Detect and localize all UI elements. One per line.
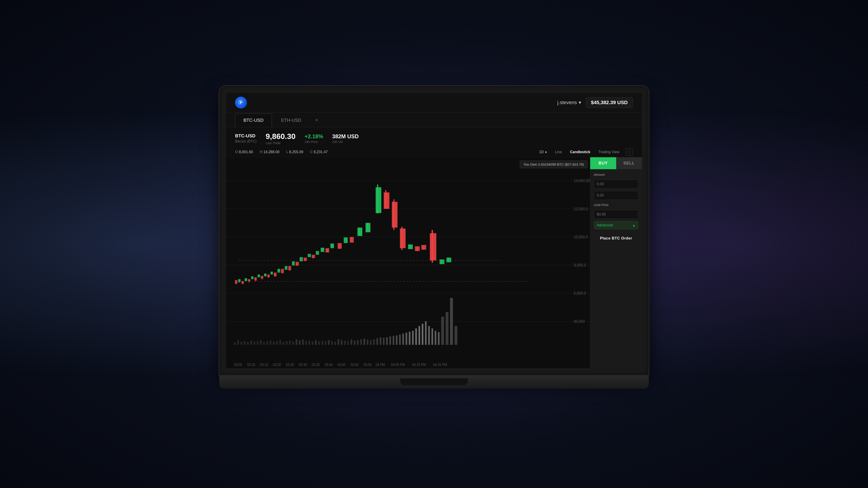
- svg-rect-125: [304, 258, 307, 261]
- svg-rect-97: [254, 277, 257, 281]
- svg-rect-56: [364, 339, 365, 345]
- tab-eth-usd[interactable]: ETH-USD: [273, 113, 310, 127]
- svg-rect-58: [370, 340, 372, 345]
- svg-rect-85: [235, 280, 237, 284]
- advanced-chevron-icon: ▲: [632, 223, 636, 227]
- ownership-badge: You Own 2.83194059 BTC ($27,923.78): [520, 160, 588, 168]
- usd-amount-input-group: USD: [594, 191, 638, 200]
- svg-rect-101: [261, 276, 264, 279]
- svg-rect-145: [358, 228, 362, 236]
- svg-rect-49: [341, 340, 342, 345]
- svg-rect-133: [321, 248, 324, 252]
- trading-view-btn[interactable]: Trading View: [597, 149, 621, 155]
- svg-rect-155: [400, 228, 405, 248]
- svg-rect-103: [264, 273, 267, 276]
- svg-text:04:15 PM: 04:15 PM: [433, 363, 447, 367]
- timeframe-selector[interactable]: 1D ▾: [537, 149, 549, 155]
- svg-rect-87: [238, 279, 241, 282]
- candlestick-view-btn[interactable]: Candlestick: [568, 149, 592, 155]
- svg-rect-147: [366, 223, 370, 232]
- svg-rect-28: [273, 341, 275, 345]
- svg-rect-95: [251, 276, 254, 279]
- svg-rect-17: [237, 340, 239, 345]
- svg-rect-93: [248, 279, 250, 282]
- svg-rect-16: [234, 343, 236, 345]
- svg-rect-39: [309, 341, 310, 345]
- svg-rect-50: [344, 341, 346, 345]
- add-tab-button[interactable]: +: [311, 113, 323, 127]
- svg-rect-80: [441, 317, 444, 345]
- advanced-section[interactable]: Advanced ▲: [594, 221, 638, 229]
- buy-tab[interactable]: BUY: [590, 157, 616, 169]
- svg-rect-78: [435, 331, 436, 345]
- svg-rect-137: [331, 243, 334, 248]
- high-price: H 14,288.00: [260, 150, 279, 154]
- svg-text:8,000.0: 8,000.0: [574, 263, 586, 267]
- svg-rect-20: [247, 342, 249, 345]
- svg-rect-151: [384, 193, 390, 209]
- svg-text:P: P: [240, 101, 242, 105]
- svg-text:03:25: 03:25: [286, 363, 294, 367]
- fullscreen-button[interactable]: ⛶: [626, 149, 633, 156]
- svg-rect-67: [399, 335, 401, 345]
- svg-rect-77: [432, 328, 433, 345]
- svg-rect-99: [258, 274, 260, 277]
- svg-rect-131: [316, 251, 319, 255]
- place-order-button[interactable]: Place BTC Order: [594, 232, 638, 244]
- svg-rect-44: [324, 341, 326, 345]
- svg-rect-165: [440, 259, 444, 264]
- limit-price-input[interactable]: [594, 210, 638, 219]
- svg-rect-34: [292, 341, 294, 345]
- timeframe-dropdown-icon: ▾: [545, 150, 547, 154]
- advanced-label: Advanced: [597, 223, 613, 227]
- user-dropdown-icon: ▾: [579, 100, 581, 105]
- svg-rect-69: [405, 332, 407, 345]
- svg-rect-21: [250, 341, 252, 345]
- svg-rect-52: [350, 339, 352, 345]
- laptop-notch: [400, 379, 468, 385]
- sell-tab[interactable]: SELL: [616, 157, 642, 169]
- svg-rect-25: [264, 342, 265, 345]
- svg-text:03:45: 03:45: [338, 363, 346, 367]
- svg-rect-64: [390, 336, 391, 345]
- balance-display: $45,382.39 USD: [586, 97, 633, 108]
- svg-rect-121: [296, 262, 299, 266]
- svg-rect-62: [383, 338, 384, 345]
- svg-rect-27: [270, 341, 271, 345]
- svg-rect-40: [312, 341, 313, 345]
- svg-rect-127: [308, 254, 311, 257]
- svg-rect-73: [418, 326, 420, 345]
- btc-amount-input[interactable]: [594, 180, 638, 188]
- low-price: L 8,255.09: [286, 150, 303, 154]
- svg-rect-143: [350, 237, 354, 242]
- svg-rect-79: [438, 332, 439, 345]
- line-view-btn[interactable]: Line: [553, 149, 563, 155]
- svg-rect-30: [279, 340, 281, 345]
- svg-rect-46: [331, 341, 333, 345]
- svg-rect-153: [392, 202, 397, 228]
- svg-rect-51: [347, 341, 349, 345]
- svg-rect-42: [318, 341, 320, 345]
- trading-form: Amount BTC USD Limit Price: [590, 169, 642, 368]
- user-menu[interactable]: j.stevens ▾: [557, 100, 581, 105]
- svg-rect-32: [286, 341, 287, 345]
- limit-price-input-group: USD: [594, 210, 638, 219]
- svg-rect-161: [421, 245, 426, 250]
- svg-text:03:10: 03:10: [247, 363, 255, 367]
- svg-rect-66: [396, 335, 397, 345]
- svg-text:14,000.00: 14,000.00: [574, 178, 590, 183]
- svg-rect-129: [312, 255, 315, 258]
- volume: 382M USD 24h Vol: [332, 133, 359, 144]
- svg-rect-123: [300, 257, 303, 261]
- svg-text:04:05 PM: 04:05 PM: [391, 363, 405, 367]
- svg-rect-159: [415, 246, 420, 251]
- tab-btc-usd[interactable]: BTC-USD: [235, 113, 272, 127]
- svg-rect-74: [422, 324, 423, 345]
- price-change: +2.18% 24h Price: [305, 133, 323, 144]
- chart-controls: O 8,001.60 H 14,288.00 L 8,255.09 C 8,23…: [226, 147, 642, 157]
- svg-rect-29: [276, 341, 278, 345]
- svg-rect-75: [425, 321, 427, 345]
- usd-amount-input[interactable]: [594, 191, 638, 200]
- svg-rect-33: [289, 341, 291, 345]
- svg-rect-167: [446, 258, 451, 262]
